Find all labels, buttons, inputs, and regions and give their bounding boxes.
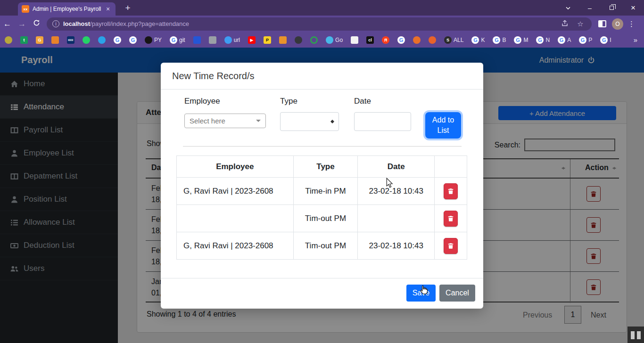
bookmark-favicon-icon bbox=[5, 36, 12, 44]
bookmark-item[interactable] bbox=[279, 36, 287, 44]
bookmark-label: I bbox=[610, 37, 611, 43]
url-bar[interactable]: i localhost/payroll/index.php?page=atten… bbox=[47, 17, 592, 31]
bookmark-item[interactable] bbox=[429, 36, 436, 44]
cancel-button[interactable]: Cancel bbox=[439, 285, 475, 302]
date-input[interactable] bbox=[354, 112, 411, 131]
bookmark-item[interactable]: ▶ bbox=[248, 36, 256, 44]
bookmark-item[interactable] bbox=[413, 36, 421, 44]
bookmark-favicon-icon: G bbox=[579, 36, 586, 44]
delete-button[interactable] bbox=[444, 211, 458, 227]
chrome-menu-chevron-icon[interactable] bbox=[557, 0, 579, 16]
bookmark-favicon-icon: G bbox=[36, 36, 43, 44]
browser-menu-icon[interactable]: ⋮ bbox=[628, 20, 635, 28]
minimize-button[interactable]: – bbox=[579, 0, 601, 16]
browser-tab[interactable]: xx Admin | Employee's Payroll × bbox=[18, 2, 116, 16]
bookmark-item[interactable]: G bbox=[36, 36, 43, 44]
bookmark-favicon-icon bbox=[209, 36, 216, 44]
bookmark-item[interactable]: url bbox=[224, 36, 240, 44]
bookmark-favicon-icon: G bbox=[558, 36, 565, 44]
add-to-list-button[interactable]: Add to List bbox=[425, 112, 461, 139]
bookmark-item[interactable] bbox=[351, 36, 358, 44]
type-cell: Time-in PM bbox=[293, 178, 358, 205]
tab-title: Admin | Employee's Payroll bbox=[33, 6, 101, 12]
employee-cell bbox=[177, 205, 294, 232]
window-controls: – × bbox=[557, 0, 644, 16]
bookmark-label: git bbox=[179, 37, 185, 43]
page-viewport: Payroll Administrator HomeAttendancePayr… bbox=[0, 48, 644, 343]
bookmark-item[interactable]: GM bbox=[514, 36, 528, 44]
employee-select[interactable]: Select here bbox=[184, 114, 266, 128]
bookmark-item[interactable]: t bbox=[20, 36, 28, 44]
reload-button[interactable] bbox=[29, 19, 44, 29]
bookmark-item[interactable]: Ggit bbox=[170, 36, 185, 44]
bookmark-item[interactable] bbox=[98, 36, 106, 44]
bookmark-item[interactable]: IEEE bbox=[67, 36, 74, 44]
bookmark-item[interactable]: G bbox=[114, 36, 121, 44]
bookmark-label: B bbox=[502, 37, 506, 43]
bookmark-item[interactable]: GK bbox=[471, 36, 485, 44]
bookmark-item[interactable]: GA bbox=[558, 36, 571, 44]
modal-footer: Save Cancel bbox=[161, 278, 483, 309]
bookmark-item[interactable] bbox=[193, 36, 201, 44]
modal-column-header: Type bbox=[293, 156, 358, 178]
bookmark-favicon-icon: G bbox=[471, 36, 479, 44]
bookmark-favicon-icon: G bbox=[170, 36, 177, 44]
bookmark-item[interactable]: Я bbox=[382, 36, 389, 44]
bookmark-label: N bbox=[545, 37, 550, 43]
bookmark-label: K bbox=[481, 37, 485, 43]
modal-column-header: Employee bbox=[177, 156, 294, 178]
bookmark-item[interactable]: GN bbox=[536, 36, 550, 44]
pause-button[interactable] bbox=[627, 327, 644, 343]
employee-select-placeholder: Select here bbox=[190, 117, 225, 125]
date-cell: 23-02-18 10:43 bbox=[358, 178, 435, 205]
type-select[interactable] bbox=[280, 112, 339, 131]
bookmark-favicon-icon: S bbox=[444, 36, 452, 44]
save-button[interactable]: Save bbox=[406, 285, 436, 302]
restore-button[interactable] bbox=[601, 0, 622, 16]
new-tab-button[interactable]: + bbox=[122, 2, 134, 14]
delete-button[interactable] bbox=[444, 238, 458, 254]
select-updown-icon bbox=[330, 118, 334, 125]
bookmark-item[interactable] bbox=[295, 36, 302, 44]
bookmark-item[interactable]: PY bbox=[145, 36, 162, 44]
bookmark-item[interactable] bbox=[209, 36, 216, 44]
table-row: Tim-out PM bbox=[177, 205, 467, 232]
close-button[interactable]: × bbox=[622, 0, 644, 16]
bookmark-item[interactable]: G bbox=[129, 36, 137, 44]
bookmark-item[interactable] bbox=[51, 36, 59, 44]
bookmark-item[interactable]: GB bbox=[493, 36, 506, 44]
bookmark-item[interactable] bbox=[5, 36, 12, 44]
share-icon[interactable] bbox=[560, 19, 571, 28]
bookmark-item[interactable]: GP bbox=[579, 36, 592, 44]
back-button[interactable]: ← bbox=[0, 19, 15, 29]
bookmark-favicon-icon: G bbox=[114, 36, 121, 44]
tab-close-icon[interactable]: × bbox=[104, 5, 112, 13]
bookmark-favicon-icon: G bbox=[129, 36, 137, 44]
profile-avatar[interactable]: O bbox=[612, 18, 623, 30]
bookmark-item[interactable]: cl bbox=[366, 36, 374, 44]
bookmark-item[interactable]: Go bbox=[326, 36, 343, 44]
bookmark-label: PY bbox=[154, 37, 162, 43]
bookmark-item[interactable]: GI bbox=[600, 36, 611, 44]
table-row: G, Ravi Ravi | 2023-2608Time-in PM23-02-… bbox=[177, 178, 467, 205]
bookmark-item[interactable] bbox=[310, 36, 318, 44]
bookmark-star-icon[interactable]: ☆ bbox=[575, 20, 586, 28]
bookmark-favicon-icon: t bbox=[20, 36, 28, 44]
bookmark-item[interactable]: G bbox=[397, 36, 405, 44]
side-panel-icon[interactable] bbox=[598, 20, 606, 27]
delete-button[interactable] bbox=[444, 183, 458, 199]
forward-button[interactable]: → bbox=[15, 19, 29, 29]
bookmark-label: ALL bbox=[454, 37, 463, 43]
type-label: Type bbox=[280, 97, 297, 106]
bookmark-favicon-icon: cl bbox=[366, 36, 374, 44]
time-records-table: EmployeeTypeDate G, Ravi Ravi | 2023-260… bbox=[176, 155, 467, 260]
employee-label: Employee bbox=[184, 97, 220, 106]
bookmark-item[interactable] bbox=[83, 36, 90, 44]
site-info-icon[interactable]: i bbox=[52, 20, 59, 27]
browser-toolbar: ← → i localhost/payroll/index.php?page=a… bbox=[0, 16, 644, 32]
bookmark-item[interactable]: SALL bbox=[444, 36, 463, 44]
action-cell bbox=[435, 232, 467, 260]
bookmark-item[interactable]: P bbox=[264, 36, 271, 44]
bookmarks-overflow-icon[interactable]: » bbox=[634, 36, 639, 44]
bookmark-favicon-icon bbox=[145, 36, 152, 44]
